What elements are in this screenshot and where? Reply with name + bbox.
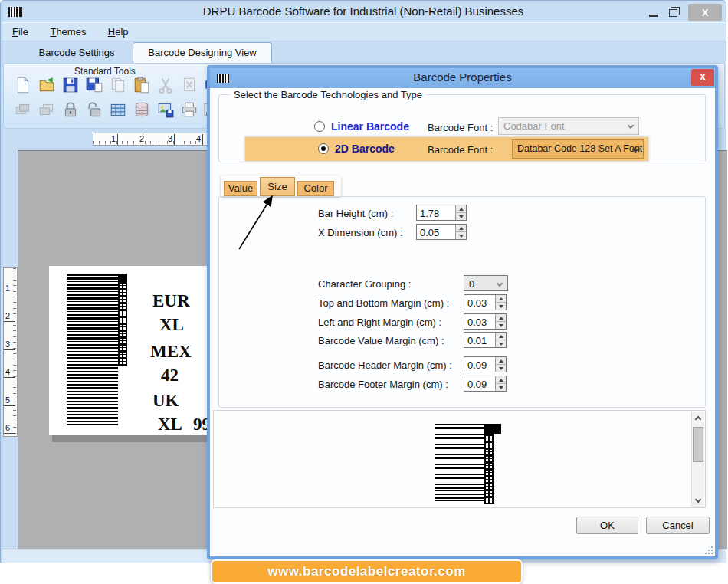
label-text-line: EUR [152,291,190,311]
dialog-titlebar: Barcode Properties X [210,68,715,88]
copy-icon[interactable] [109,76,127,94]
preview-barcode-block [484,424,501,434]
barcode-properties-dialog: Barcode Properties X Select the Barcode … [207,65,718,559]
tab-color[interactable]: Color [297,181,334,196]
spin-down-icon[interactable] [496,384,506,391]
barcode-footer-margin-input[interactable]: 0.09 [464,376,507,392]
print-icon[interactable] [180,100,198,119]
spin-down-icon[interactable] [496,365,506,372]
spin-up-icon[interactable] [496,314,506,322]
resize-grip[interactable] [705,546,713,554]
top-bottom-margin-input[interactable]: 0.03 [464,294,507,310]
2d-barcode-radio[interactable] [318,143,329,154]
2d-barcode-label[interactable]: 2D Barcode [335,143,395,155]
field-label: Barcode Value Margin (cm) : [318,335,444,346]
field-label: Left and Right Margin (cm) : [318,317,441,328]
spin-down-icon[interactable] [496,340,506,347]
cut-icon[interactable] [156,76,175,94]
spin-down-icon[interactable] [496,322,506,329]
spin-up-icon[interactable] [456,225,466,232]
save-as-icon[interactable] [85,76,103,94]
spin-down-icon[interactable] [496,303,506,310]
scroll-up-icon[interactable] [692,412,704,424]
character-grouping-select[interactable]: 0 [464,275,508,291]
h-ruler-mark: 2 [130,134,146,145]
label-barcode [67,274,118,427]
spin-up-icon[interactable] [496,376,506,384]
linear-font-select[interactable]: Codabar Font [498,117,639,135]
linear-font-label: Barcode Font : [428,122,493,133]
label-barcode-block [118,274,127,281]
spin-down-icon[interactable] [456,232,466,239]
spin-up-icon[interactable] [496,295,506,303]
menu-themes[interactable]: Themes [50,23,86,41]
cancel-button[interactable]: Cancel [646,517,710,534]
v-ruler-mark: 4 [4,367,15,378]
save-icon[interactable] [61,76,80,94]
label-barcode-ragged-edge [118,281,127,366]
field-label: Bar Height (cm) : [318,208,393,219]
left-right-margin-input[interactable]: 0.03 [464,313,507,330]
close-button[interactable]: X [688,4,722,21]
delete-icon[interactable] [180,76,198,94]
bar-height-input[interactable]: 1.78 [416,205,467,221]
dialog-close-button[interactable]: X [691,69,714,86]
v-ruler-mark: 6 [4,423,15,434]
barcode-preview-panel [213,410,706,508]
paste-icon[interactable] [133,76,151,94]
lock-icon[interactable] [61,100,80,119]
field-label: X Dimension (cm) : [318,227,403,238]
spin-down-icon[interactable] [456,213,466,220]
h-ruler-mark: 4 [186,134,203,145]
field-label: Top and Bottom Margin (cm) : [318,297,449,309]
linear-barcode-radio[interactable] [314,121,325,132]
vertical-ruler: 1 2 3 4 5 6 [3,267,18,437]
x-dimension-input[interactable]: 0.05 [416,224,467,240]
v-ruler-mark: 2 [4,311,15,322]
tab-barcode-settings[interactable]: Barcode Settings [22,43,131,62]
main-tabstrip: Barcode Settings Barcode Designing View [1,41,726,63]
v-ruler-mark: 5 [4,395,15,406]
label-text-line: 42 [161,366,179,386]
linear-barcode-label[interactable]: Linear Barcode [331,120,409,133]
label-text-line: UK [152,391,179,411]
barcode-value-margin-input[interactable]: 0.01 [464,332,507,348]
scroll-down-icon[interactable] [692,494,704,507]
field-label: Barcode Header Margin (cm) : [318,359,452,371]
export-image-icon[interactable] [156,100,175,119]
website-banner[interactable]: www.barcodelabelcreator.com [211,559,523,584]
open-icon[interactable] [38,76,56,94]
preview-barcode-ragged-edge [484,434,494,504]
2d-font-select[interactable]: Databar Code 128 Set A Font [512,139,644,159]
tab-barcode-designing-view[interactable]: Barcode Designing View [133,42,272,63]
scrollbar-thumb[interactable] [693,427,703,462]
spin-up-icon[interactable] [456,205,466,213]
spin-up-icon[interactable] [496,333,506,340]
database-icon[interactable] [133,100,151,119]
restore-button[interactable] [669,9,677,17]
send-to-back-icon[interactable] [14,100,32,119]
menubar: File Themes Help [2,22,726,41]
spin-up-icon[interactable] [496,357,506,365]
toolbar-title: Standard Tools [74,66,136,77]
bring-to-front-icon[interactable] [38,100,56,119]
dialog-title: Barcode Properties [210,71,715,84]
window-title: DRPU Barcode Software for Industrial (No… [1,5,726,18]
unlock-icon[interactable] [85,100,103,119]
minimize-button[interactable] [649,15,658,17]
label-text-line: XL [159,315,184,335]
technology-legend: Select the Barcode Technologies and Type [230,89,426,100]
label-text-line: XL [158,415,182,435]
ok-button[interactable]: OK [576,517,638,534]
field-label: Character Grouping : [318,278,411,290]
label-shadow [52,435,215,442]
grid-icon[interactable] [109,100,127,119]
annotation-arrow [229,189,283,252]
preview-scrollbar[interactable] [691,412,704,507]
menu-help[interactable]: Help [108,23,129,41]
new-document-icon[interactable] [14,76,32,94]
h-ruler-mark: 1 [101,134,118,145]
design-label-object[interactable]: EUR XL MEX 42 UK XL 99 [49,266,215,435]
barcode-header-margin-input[interactable]: 0.09 [464,356,507,372]
menu-file[interactable]: File [12,23,28,41]
